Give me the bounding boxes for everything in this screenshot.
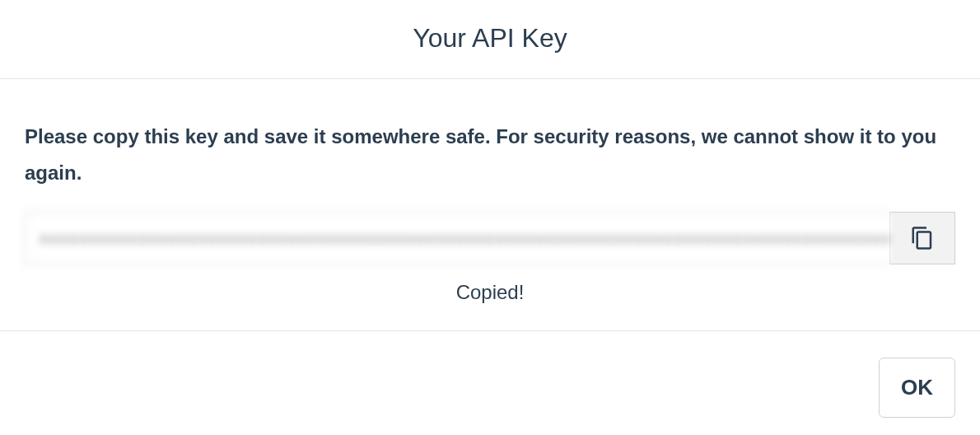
modal-body: Please copy this key and save it somewhe… bbox=[0, 79, 980, 331]
modal-header: Your API Key bbox=[0, 0, 980, 79]
modal-footer: OK bbox=[0, 331, 980, 435]
copy-icon bbox=[910, 226, 935, 250]
api-key-row: xxxxxxxxxxxxxxxxxxxxxxxxxxxxxxxxxxxxxxxx… bbox=[25, 212, 955, 264]
api-key-modal: Your API Key Please copy this key and sa… bbox=[0, 0, 980, 435]
copied-status: Copied! bbox=[25, 281, 955, 304]
ok-button[interactable]: OK bbox=[879, 358, 955, 418]
copy-button[interactable] bbox=[889, 212, 955, 264]
api-key-field[interactable]: xxxxxxxxxxxxxxxxxxxxxxxxxxxxxxxxxxxxxxxx… bbox=[25, 212, 889, 264]
instruction-text: Please copy this key and save it somewhe… bbox=[25, 119, 955, 192]
modal-title: Your API Key bbox=[0, 23, 980, 54]
